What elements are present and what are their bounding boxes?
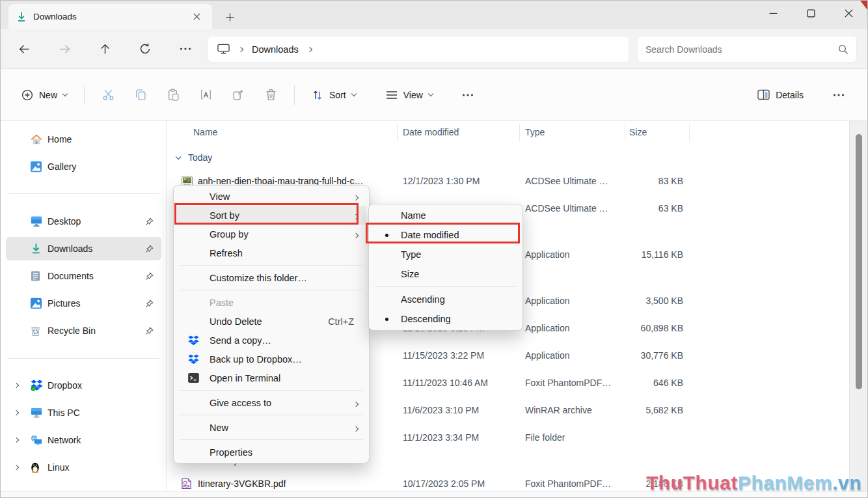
window-controls <box>754 1 867 29</box>
column-header-type[interactable]: Type <box>525 121 545 143</box>
watermark-part-2: PhanMem <box>738 472 832 493</box>
details-pane-icon <box>757 89 770 100</box>
command-bar-overflow-icon[interactable] <box>824 82 853 108</box>
monitor-icon[interactable] <box>217 44 230 55</box>
share-button[interactable] <box>224 82 252 108</box>
delete-button[interactable] <box>256 82 285 108</box>
sidebar-item-label: Linux <box>47 462 69 473</box>
file-type: ACDSee Ultimate … <box>525 203 608 214</box>
sidebar-item-recycle-bin[interactable]: Recycle Bin <box>6 319 161 342</box>
up-button[interactable] <box>92 37 118 61</box>
sidebar-item-pictures[interactable]: Pictures <box>6 292 161 315</box>
details-button-label: Details <box>776 90 804 100</box>
menu-item-properties[interactable]: Properties <box>177 443 366 462</box>
menu-item-back-up-to-dropbox[interactable]: Back up to Dropbox… <box>177 350 366 368</box>
linux-icon <box>31 462 40 473</box>
column-header-name[interactable]: Name <box>193 121 217 143</box>
menu-item-new[interactable]: New <box>177 418 366 437</box>
sidebar-divider <box>8 358 159 359</box>
submenu-item-type[interactable]: Type <box>372 245 519 264</box>
menu-item-undo-delete[interactable]: Undo Delete Ctrl+Z <box>177 312 366 331</box>
group-header-today[interactable]: Today <box>176 149 212 166</box>
navigation-bar: Downloads <box>1 29 867 69</box>
tab-downloads[interactable]: Downloads <box>8 4 212 29</box>
refresh-button[interactable] <box>132 37 158 61</box>
file-name: Itinerary-3VGKBR.pdf <box>198 478 286 489</box>
search-icon[interactable] <box>838 44 848 55</box>
search-input[interactable] <box>645 44 838 55</box>
cut-button[interactable] <box>94 82 122 108</box>
chevron-right-icon[interactable] <box>14 465 18 469</box>
menu-item-refresh[interactable]: Refresh <box>177 243 366 262</box>
file-size: 5,682 KB <box>597 405 683 415</box>
chevron-right-icon <box>354 422 358 433</box>
sidebar-item-desktop[interactable]: Desktop <box>6 210 161 233</box>
submenu-item-size[interactable]: Size <box>372 264 519 284</box>
toolbar-divider <box>84 85 85 105</box>
command-bar-right: Details <box>750 69 853 120</box>
submenu-item-descending[interactable]: Descending <box>372 309 519 329</box>
sidebar-item-this-pc[interactable]: This PC <box>6 401 161 424</box>
pin-icon <box>145 245 161 253</box>
scrollbar-thumb[interactable] <box>856 134 862 389</box>
menu-item-label: Name <box>401 210 511 221</box>
menu-item-label: Open in Terminal <box>210 373 358 383</box>
menu-item-customize-this-folder[interactable]: Customize this folder… <box>177 268 366 287</box>
column-separator[interactable] <box>397 124 398 141</box>
sidebar-item-dropbox[interactable]: Dropbox <box>6 374 161 397</box>
menu-item-open-in-terminal[interactable]: Open in Terminal <box>177 368 366 387</box>
menu-item-group-by[interactable]: Group by <box>177 225 366 243</box>
menu-item-label: Ascending <box>401 294 511 305</box>
menu-divider <box>180 439 363 440</box>
view-button[interactable]: View <box>378 84 441 106</box>
forward-button[interactable] <box>51 37 77 61</box>
column-separator[interactable] <box>689 124 690 141</box>
chevron-right-icon[interactable] <box>14 411 18 415</box>
back-button[interactable] <box>11 37 37 61</box>
chevron-right-icon[interactable] <box>14 383 18 387</box>
maximize-button[interactable] <box>792 1 830 25</box>
file-type: Application <box>525 249 570 260</box>
sidebar-item-linux[interactable]: Linux <box>6 456 161 479</box>
submenu-item-ascending[interactable]: Ascending <box>372 290 519 309</box>
pdf-file-icon: PDF <box>182 478 191 490</box>
menu-item-label: Type <box>401 249 511 260</box>
column-header-date-modified[interactable]: Date modified <box>403 121 459 143</box>
documents-icon <box>31 271 40 282</box>
menu-item-label: Size <box>401 269 511 279</box>
menu-item-give-access-to[interactable]: Give access to <box>177 393 366 412</box>
file-size: 63 KB <box>597 203 683 214</box>
column-header-size[interactable]: Size <box>629 121 647 143</box>
menu-item-label: View <box>210 191 354 202</box>
file-date: 10/17/2023 2:05 PM <box>403 478 485 489</box>
column-separator[interactable] <box>625 124 625 141</box>
breadcrumb-item-downloads[interactable]: Downloads <box>252 44 299 55</box>
paste-button[interactable] <box>159 82 187 108</box>
sidebar-item-gallery[interactable]: Gallery <box>6 155 161 178</box>
sidebar-item-documents[interactable]: Documents <box>6 264 161 288</box>
rename-button[interactable] <box>191 82 220 108</box>
column-separator[interactable] <box>519 124 520 141</box>
tab-close-icon[interactable] <box>189 9 204 25</box>
command-bar-left: New <box>14 69 482 120</box>
nav-more-icon[interactable] <box>172 37 198 61</box>
new-tab-button[interactable] <box>222 9 237 25</box>
file-date: 11/6/2023 3:10 PM <box>403 405 479 415</box>
sidebar-item-network[interactable]: Network <box>6 428 161 452</box>
recycle-bin-icon <box>31 325 40 337</box>
toolbar-more-icon[interactable] <box>454 82 482 108</box>
new-button[interactable]: New <box>14 83 75 107</box>
vertical-scrollbar[interactable] <box>849 121 867 491</box>
sidebar-item-downloads[interactable]: Downloads <box>6 237 161 260</box>
file-size: 646 KB <box>597 378 683 388</box>
sidebar-item-home[interactable]: Home <box>6 128 161 151</box>
chevron-right-icon[interactable] <box>14 438 18 442</box>
details-button[interactable]: Details <box>750 83 811 106</box>
svg-text:PDF: PDF <box>183 484 189 488</box>
chevron-right-icon <box>354 191 358 202</box>
sort-button[interactable]: Sort <box>304 83 364 107</box>
copy-button[interactable] <box>126 82 155 108</box>
file-size: 60,898 KB <box>597 323 683 333</box>
minimize-button[interactable] <box>754 1 792 25</box>
menu-item-send-a-copy[interactable]: Send a copy… <box>177 331 366 350</box>
